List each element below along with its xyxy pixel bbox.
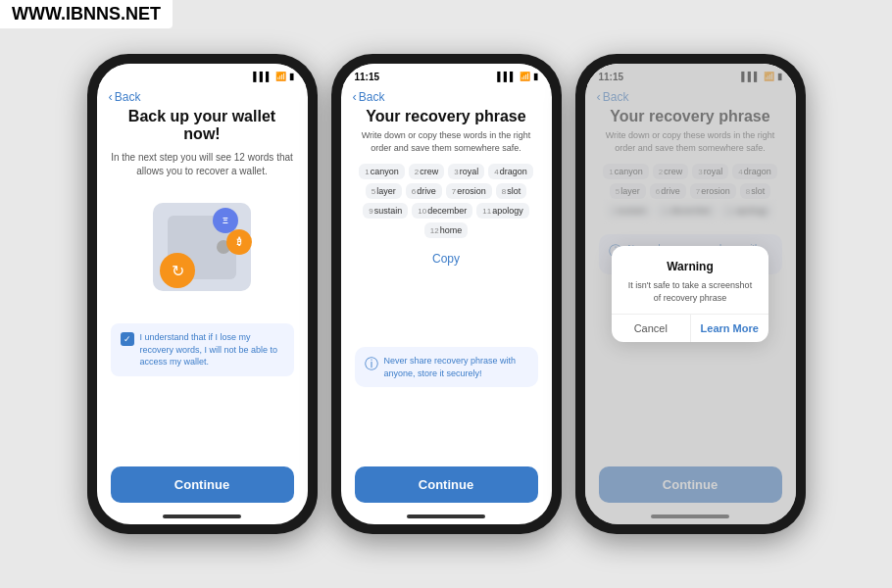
info-icon: ⓘ	[365, 356, 378, 373]
word-chip-4: 4dragon	[488, 164, 532, 179]
phone-1-status-bar: ▌▌▌ 📶 ▮	[97, 64, 308, 85]
phone-2-content: Your recovery phrase Write down or copy …	[341, 108, 552, 511]
phone-1-status-icons: ▌▌▌ 📶 ▮	[253, 72, 293, 81]
phone-2-time: 11:15	[355, 72, 380, 82]
phone-3-screen: 11:15 ▌▌▌ 📶 ▮ ‹ Back Your recovery phras…	[585, 64, 796, 524]
word-chip-1: 1canyon	[359, 164, 404, 179]
phone-1-home-indicator	[163, 514, 241, 518]
word-chip-8: 8slot	[496, 183, 526, 199]
phone-1-back-chevron-icon: ‹	[109, 89, 113, 104]
alert-buttons: Cancel Learn More	[612, 314, 768, 342]
phone-1-nav: ‹ Back	[97, 85, 308, 108]
phones-container: ▌▌▌ 📶 ▮ ‹ Back Back up your wallet now! …	[87, 54, 806, 534]
checkbox-text: I understand that if I lose my recovery …	[140, 331, 284, 368]
word-chip-9: 9sustain	[363, 203, 408, 219]
wallet-illustration: ↻ Ξ ₿	[148, 198, 256, 296]
phone-1: ▌▌▌ 📶 ▮ ‹ Back Back up your wallet now! …	[87, 54, 318, 534]
recovery-words-grid: 1canyon 2crew 3royal 4dragon 5layer 6dri…	[355, 164, 538, 238]
phone-2-status-bar: 11:15 ▌▌▌ 📶 ▮	[341, 64, 552, 85]
alert-cancel-button[interactable]: Cancel	[612, 315, 691, 342]
words-row-1: 1canyon 2crew 3royal 4dragon	[355, 164, 538, 179]
phone-1-description: In the next step you will see 12 words t…	[111, 151, 294, 178]
phone-1-title: Back up your wallet now!	[111, 108, 294, 143]
phone-1-back-label: Back	[115, 90, 141, 104]
word-chip-11: 11apology	[476, 203, 528, 219]
phone-2-status-icons: ▌▌▌ 📶 ▮	[497, 72, 537, 81]
word-chip-3: 3royal	[448, 164, 484, 179]
checkbox-icon[interactable]: ✓	[121, 332, 134, 346]
phone-2-home-indicator	[407, 514, 485, 518]
alert-title: Warning	[623, 260, 757, 273]
btc-coin-icon: ₿	[226, 229, 252, 255]
phone-2-nav: ‹ Back	[341, 85, 552, 108]
word-chip-6: 6drive	[406, 183, 442, 199]
battery-icon: ▮	[533, 72, 538, 81]
words-row-2: 5layer 6drive 7erosion 8slot	[355, 183, 538, 199]
phone-2-back-label: Back	[359, 90, 385, 104]
phone-2-description: Write down or copy these words in the ri…	[355, 129, 538, 154]
watermark: WWW.IBNNS.NET	[0, 0, 173, 28]
word-chip-2: 2crew	[409, 164, 444, 179]
word-chip-12: 12home	[424, 222, 468, 238]
phone-2-back-button[interactable]: ‹ Back	[353, 89, 385, 104]
warning-banner: ⓘ Never share recovery phrase with anyon…	[355, 347, 538, 387]
phone-2-title: Your recovery phrase	[355, 108, 538, 125]
battery-icon: ▮	[289, 72, 294, 81]
words-row-4: 12home	[355, 222, 538, 238]
wifi-icon: 📶	[520, 72, 530, 81]
phone-1-content: Back up your wallet now! In the next ste…	[97, 108, 308, 511]
understand-checkbox-row[interactable]: ✓ I understand that if I lose my recover…	[111, 323, 294, 376]
phone-2: 11:15 ▌▌▌ 📶 ▮ ‹ Back Your recovery phras…	[331, 54, 562, 534]
copy-button[interactable]: Copy	[355, 252, 538, 266]
phone-1-back-button[interactable]: ‹ Back	[109, 89, 141, 104]
warning-alert: Warning It isn't safe to take a screensh…	[612, 246, 768, 342]
signal-icon: ▌▌▌	[253, 72, 272, 81]
words-row-3: 9sustain 10december 11apology	[355, 203, 538, 219]
word-chip-10: 10december	[412, 203, 472, 219]
phone-2-back-chevron-icon: ‹	[353, 89, 357, 104]
refresh-icon: ↻	[160, 253, 195, 288]
warning-text: Never share recovery phrase with anyone,…	[384, 355, 528, 379]
alert-overlay: Warning It isn't safe to take a screensh…	[585, 64, 796, 524]
alert-learn-more-button[interactable]: Learn More	[691, 315, 769, 342]
wifi-icon: 📶	[275, 72, 286, 81]
phone-2-continue-button[interactable]: Continue	[355, 466, 538, 503]
signal-icon: ▌▌▌	[497, 72, 516, 81]
word-chip-7: 7erosion	[446, 183, 492, 199]
phone-1-screen: ▌▌▌ 📶 ▮ ‹ Back Back up your wallet now! …	[97, 64, 308, 524]
alert-body: It isn't safe to take a screenshot of re…	[623, 279, 757, 304]
phone-2-screen: 11:15 ▌▌▌ 📶 ▮ ‹ Back Your recovery phras…	[341, 64, 552, 524]
phone-1-continue-button[interactable]: Continue	[111, 466, 294, 503]
word-chip-5: 5layer	[366, 183, 402, 199]
phone-3: 11:15 ▌▌▌ 📶 ▮ ‹ Back Your recovery phras…	[575, 54, 806, 534]
